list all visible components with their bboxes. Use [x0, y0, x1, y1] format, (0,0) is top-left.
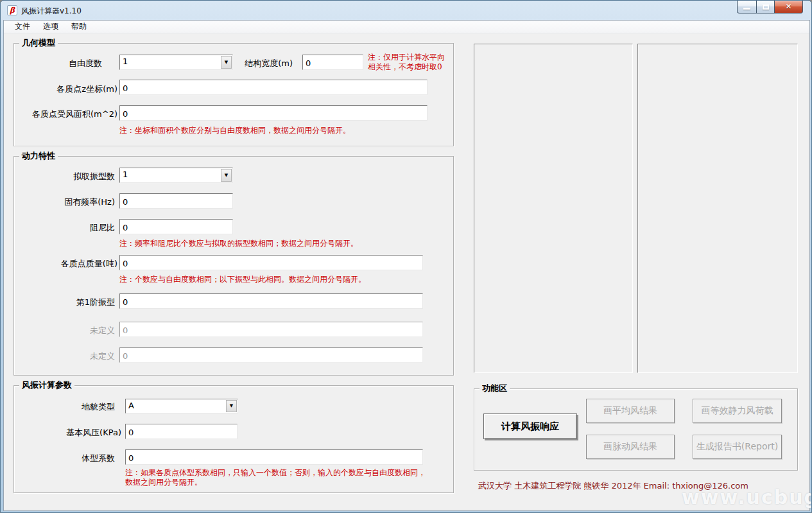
function-group-title: 功能区	[479, 383, 510, 394]
menu-options[interactable]: 选项	[37, 20, 64, 33]
mode-shape-1-input[interactable]	[119, 293, 423, 309]
chevron-down-icon: ▼	[225, 173, 228, 178]
z-coords-label: 各质点z坐标(m)	[26, 83, 117, 95]
frequency-input[interactable]	[119, 193, 233, 209]
terrain-combobox[interactable]: A ▼	[125, 399, 238, 413]
structure-width-note-line1: 注：仅用于计算水平向	[368, 53, 445, 62]
draw-fluctuating-wind-button[interactable]: 画脉动风结果	[586, 435, 675, 459]
shape-coef-label: 体型系数	[26, 453, 115, 464]
minimize-icon	[743, 8, 750, 10]
undefined-2-input[interactable]	[119, 347, 423, 363]
mass-label: 各质点质量(吨)	[26, 258, 117, 270]
menu-help[interactable]: 帮助	[65, 20, 92, 33]
structure-width-input[interactable]	[302, 55, 363, 70]
mode-count-label: 拟取振型数	[26, 171, 115, 182]
caption-buttons: ✕	[737, 1, 803, 13]
pressure-input[interactable]	[125, 424, 238, 439]
dof-label: 自由度数	[26, 58, 102, 69]
mass-input[interactable]	[119, 255, 423, 270]
shape-coef-input[interactable]	[125, 449, 423, 465]
close-button[interactable]: ✕	[774, 1, 803, 13]
damping-input[interactable]	[119, 219, 233, 234]
plot-panel-left	[474, 44, 633, 373]
watermark: www.ucbug.cc	[682, 486, 812, 509]
structure-width-label: 结构宽度(m)	[219, 58, 293, 69]
menu-file[interactable]: 文件	[9, 20, 36, 33]
mode-count-combobox-dropdown[interactable]: ▼	[221, 169, 232, 182]
dof-combobox[interactable]: 1 ▼	[119, 55, 233, 70]
undefined-1-input[interactable]	[119, 322, 423, 337]
structure-width-note: 注：仅用于计算水平向 相关性，不考虑时取0	[368, 53, 445, 72]
maximize-button[interactable]	[756, 1, 774, 13]
calculate-response-button[interactable]: 计算风振响应	[483, 413, 577, 439]
title-bar[interactable]: β 风振计算器v1.10 ✕	[1, 1, 811, 20]
dynamic-note-2: 注：个数应与自由度数相同；以下振型与此相同。数据之间用分号隔开。	[119, 275, 366, 284]
generate-report-button[interactable]: 生成报告书(Report)	[693, 435, 782, 459]
dof-combobox-value: 1	[123, 57, 128, 66]
app-window: β 风振计算器v1.10 ✕ 文件 选项 帮助 几何模型 自由度数 1 ▼ 结构…	[0, 0, 812, 513]
z-coords-input[interactable]	[119, 80, 428, 95]
terrain-label: 地貌类型	[26, 401, 115, 413]
wind-note-line2: 数据之间用分号隔开。	[125, 478, 426, 487]
chevron-down-icon: ▼	[230, 404, 233, 408]
maximize-icon	[763, 4, 769, 10]
draw-static-load-button[interactable]: 画等效静力风荷载	[693, 399, 782, 423]
draw-mean-wind-button[interactable]: 画平均风结果	[586, 399, 675, 423]
undefined-1-label: 未定义	[26, 325, 115, 336]
close-icon: ✕	[775, 2, 802, 11]
mode-count-combobox[interactable]: 1 ▼	[119, 168, 233, 183]
terrain-combobox-value: A	[128, 401, 134, 410]
geometry-group-title: 几何模型	[19, 38, 58, 48]
undefined-2-label: 未定义	[26, 351, 115, 362]
mode-count-combobox-value: 1	[123, 170, 128, 179]
terrain-combobox-dropdown[interactable]: ▼	[226, 400, 237, 412]
geometry-note: 注：坐标和面积个数应分别与自由度数相同，数据之间用分号隔开。	[119, 126, 350, 135]
frequency-label: 固有频率(Hz)	[26, 196, 115, 208]
structure-width-note-line2: 相关性，不考虑时取0	[368, 62, 445, 72]
wind-group-title: 风振计算参数	[19, 380, 74, 390]
damping-label: 阻尼比	[26, 222, 115, 234]
menu-bar: 文件 选项 帮助	[4, 21, 809, 33]
wind-area-input[interactable]	[119, 105, 428, 121]
wind-note-line1: 注：如果各质点体型系数相同，只输入一个数值；否则，输入的个数应与自由度数相同，	[125, 468, 426, 478]
dynamic-group-title: 动力特性	[19, 151, 58, 161]
wind-note: 注：如果各质点体型系数相同，只输入一个数值；否则，输入的个数应与自由度数相同， …	[125, 468, 426, 487]
minimize-button[interactable]	[737, 1, 756, 13]
app-icon: β	[7, 5, 17, 15]
plot-panel-right	[637, 44, 798, 373]
dynamic-note-1: 注：频率和阻尼比个数应与拟取的振型数相同；数据之间用分号隔开。	[119, 239, 358, 248]
mode-shape-1-label: 第1阶振型	[26, 297, 115, 308]
pressure-label: 基本风压(KPa)	[26, 427, 121, 439]
wind-area-label: 各质点受风面积(m^2)	[17, 109, 117, 120]
window-title: 风振计算器v1.10	[21, 6, 82, 17]
